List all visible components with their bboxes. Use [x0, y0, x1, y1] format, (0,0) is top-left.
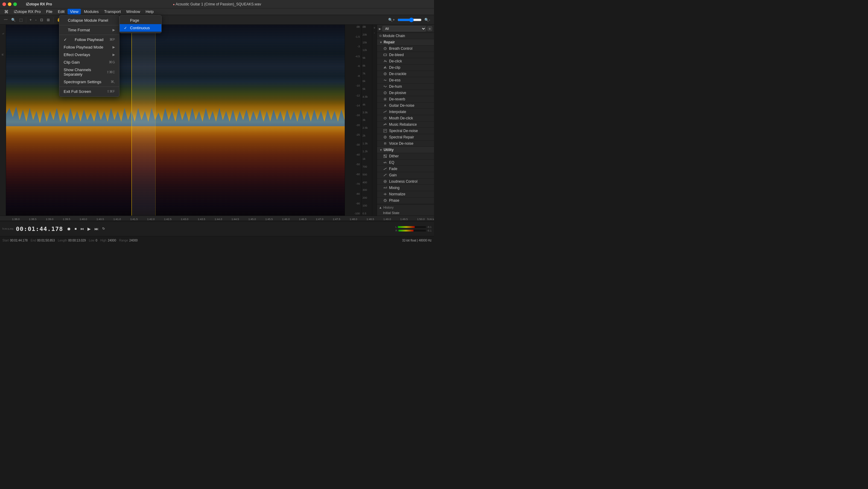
low-value: 0	[96, 239, 97, 242]
module-guitar-de-noise[interactable]: Guitar De-noise	[377, 102, 434, 109]
stop-btn[interactable]: ■	[73, 226, 78, 232]
close-button[interactable]	[2, 2, 6, 6]
module-phase[interactable]: Phase	[377, 197, 434, 204]
module-de-reverb[interactable]: De-reverb	[377, 96, 434, 102]
de-clip-label: De-clip	[389, 65, 400, 70]
menu-modules[interactable]: Modules	[82, 9, 101, 14]
module-eq[interactable]: EQ	[377, 160, 434, 166]
right-panel-list[interactable]: ▼ Repair Breath Control De-bleed De-	[377, 39, 434, 204]
menu-apple[interactable]: ⌘	[2, 9, 11, 15]
module-fade[interactable]: Fade	[377, 166, 434, 172]
initial-state-label: Initial State	[383, 211, 399, 215]
menu-effect-overlays[interactable]: Effect Overlays ▶	[59, 51, 119, 59]
info-low: Low 0	[89, 239, 97, 242]
tool-zoom[interactable]: 🔍	[10, 17, 17, 23]
fast-forward-btn[interactable]: ⏭	[93, 226, 100, 232]
section-repair[interactable]: ▼ Repair	[377, 39, 434, 45]
minimize-button[interactable]	[8, 2, 11, 6]
transport-controls: ⏺ ■ ⏮ ▶ ⏭ ↻	[65, 226, 106, 232]
module-de-clip[interactable]: De-clip	[377, 65, 434, 71]
continuous-label: Continuous	[130, 26, 150, 30]
module-music-rebalance[interactable]: Music Rebalance	[377, 122, 434, 128]
app-name: iZotope RX Pro	[26, 2, 52, 6]
menu-follow-playhead[interactable]: Follow Playhead ⌘P	[59, 36, 119, 43]
module-de-hum[interactable]: De-hum	[377, 84, 434, 90]
db-scale-area: dB -1.5 -3 -4.5 -6 -8 -10 -12 -14 -16 -2…	[345, 25, 361, 216]
module-loudness-control[interactable]: Loudness Control	[377, 178, 434, 185]
menu-file[interactable]: File	[44, 9, 55, 14]
loop-btn[interactable]: ↻	[101, 226, 106, 231]
svg-rect-9	[384, 155, 385, 156]
play-btn[interactable]: ▶	[86, 226, 92, 232]
menu-edit[interactable]: Edit	[56, 9, 67, 14]
guitar-de-noise-label: Guitar De-noise	[389, 103, 414, 108]
menu-clip-gain[interactable]: Clip Gain ⌘G	[59, 59, 119, 66]
zoom-out-btn[interactable]: -	[34, 17, 38, 23]
zoom-horiz-in[interactable]: 🔍+	[386, 17, 396, 23]
zoom-slider[interactable]	[398, 18, 422, 22]
menu-app[interactable]: iZotope RX Pro	[11, 9, 43, 14]
end-label: End	[31, 239, 36, 242]
menu-help[interactable]: Help	[143, 9, 156, 14]
module-breath-control[interactable]: Breath Control	[377, 45, 434, 52]
playhead	[131, 25, 132, 216]
menu-view[interactable]: View	[67, 9, 81, 14]
hz-labels-container: dB 20k 15k 12k 9k 8k 7k 6k 5k 4.5k 4k 3.…	[363, 25, 372, 215]
toolbar-tools: 〰 🔍 ⬚	[2, 17, 26, 23]
menu-window[interactable]: Window	[124, 9, 142, 14]
zoom-sel-btn[interactable]: ⊞	[45, 17, 51, 23]
zoom-fit-btn[interactable]: ⊡	[39, 17, 44, 23]
de-crackle-icon	[383, 72, 387, 76]
menu-show-channels[interactable]: Show Channels Separately ⇧⌘C	[59, 66, 119, 78]
loudness-control-label: Loudness Control	[389, 180, 417, 184]
module-de-click[interactable]: De-click	[377, 58, 434, 65]
range-label: Range	[119, 239, 128, 242]
module-de-plosive[interactable]: De-plosive	[377, 90, 434, 96]
module-voice-de-noise[interactable]: Voice De-noise	[377, 140, 434, 147]
module-mouth-de-click[interactable]: Mouth De-click	[377, 115, 434, 122]
menu-transport[interactable]: Transport	[102, 9, 123, 14]
module-filter-select[interactable]: All	[382, 26, 426, 31]
spectrogram-settings-shortcut: ⌘,	[111, 80, 115, 84]
tool-waveform[interactable]: 〰	[2, 17, 9, 23]
music-rebalance-label: Music Rebalance	[389, 122, 417, 127]
module-spectral-de-noise[interactable]: Spectral De-noise	[377, 128, 434, 134]
submenu-continuous[interactable]: ✓ Continuous	[120, 24, 161, 32]
module-spectral-repair[interactable]: Spectral Repair	[377, 134, 434, 140]
panel-options-btn[interactable]: ≡	[427, 26, 432, 31]
section-utility[interactable]: ▼ Utility	[377, 147, 434, 153]
module-normalize[interactable]: Normalize	[377, 191, 434, 197]
module-dither[interactable]: Dither	[377, 153, 434, 160]
menu-spectrogram-settings[interactable]: Spectrogram Settings ⌘,	[59, 78, 119, 86]
maximize-button[interactable]	[13, 2, 17, 6]
de-hum-icon	[383, 85, 387, 89]
zoom-vertical-in[interactable]: +	[373, 26, 375, 30]
menu-collapse-panel[interactable]: Collapse Module Panel	[59, 17, 119, 24]
rewind-btn[interactable]: ⏮	[79, 226, 85, 232]
module-de-ess[interactable]: De-ess	[377, 77, 434, 84]
module-de-bleed[interactable]: De-bleed	[377, 52, 434, 58]
module-de-crackle[interactable]: De-crackle	[377, 71, 434, 77]
menu-time-format[interactable]: Time Format ▶	[59, 26, 119, 34]
gain-icon	[383, 173, 387, 177]
time-format-arrow: ▶	[113, 28, 115, 32]
interpolate-icon	[383, 110, 387, 114]
module-mixing[interactable]: Mixing	[377, 185, 434, 191]
traffic-lights[interactable]	[2, 2, 17, 6]
module-interpolate[interactable]: Interpolate	[377, 109, 434, 115]
record-btn[interactable]: ⏺	[65, 226, 72, 232]
waveform-area[interactable]	[6, 25, 345, 216]
zoom-vertical-out[interactable]: -	[374, 31, 375, 34]
module-gain[interactable]: Gain	[377, 172, 434, 178]
menu-follow-mode[interactable]: Follow Playhead Mode ▶	[59, 43, 119, 51]
zoom-horiz-out[interactable]: 🔍-	[423, 17, 432, 23]
zoom-in-btn[interactable]: +	[28, 17, 33, 23]
menu-exit-fullscreen[interactable]: Exit Full Screen ⇧⌘F	[59, 88, 119, 95]
history-expand[interactable]: ▲ History	[379, 206, 394, 209]
bit-format-value: 32-bit float | 48000 Hz	[402, 239, 432, 242]
voice-de-noise-label: Voice De-noise	[389, 141, 413, 145]
mixing-icon	[383, 186, 387, 190]
normalize-label: Normalize	[389, 192, 405, 196]
submenu-page[interactable]: Page	[120, 17, 161, 24]
tool-select[interactable]: ⬚	[18, 17, 24, 23]
